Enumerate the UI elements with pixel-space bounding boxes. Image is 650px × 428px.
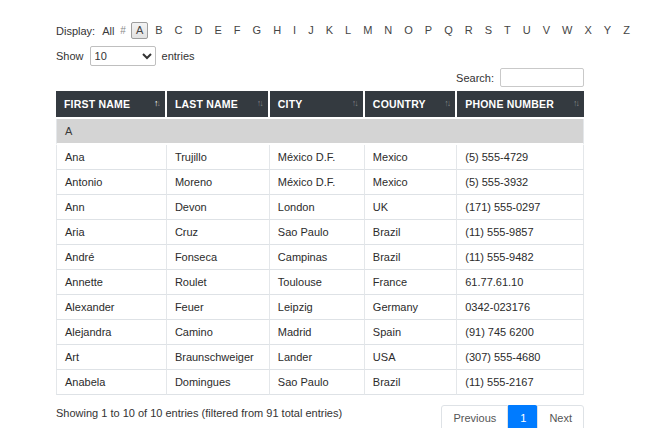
page-button-1[interactable]: 1 (508, 405, 538, 428)
cell-first-name: Aria (56, 220, 167, 245)
cell-phone-number: (307) 555-4680 (457, 345, 584, 370)
column-header-label: FIRST NAME (64, 98, 130, 110)
letter-filter-f[interactable]: F (229, 22, 246, 39)
cell-country: UK (365, 195, 457, 220)
cell-last-name: Feuer (167, 295, 270, 320)
letter-filter-r[interactable]: R (460, 22, 478, 39)
entries-info: Showing 1 to 10 of 10 entries (filtered … (56, 405, 342, 419)
entries-select[interactable]: 10 (90, 46, 156, 66)
cell-phone-number: (5) 555-4729 (457, 145, 584, 170)
letter-filter-v[interactable]: V (538, 22, 555, 39)
search-input[interactable] (500, 68, 584, 87)
cell-country: Mexico (365, 145, 457, 170)
cell-city: Lander (270, 345, 365, 370)
cell-country: Brazil (365, 245, 457, 270)
column-header-label: PHONE NUMBER (465, 98, 554, 110)
table-row[interactable]: AnnDevonLondonUK(171) 555-0297 (56, 195, 584, 220)
entries-label: entries (162, 50, 195, 62)
previous-page-button[interactable]: Previous (441, 405, 508, 428)
cell-first-name: Annette (56, 270, 167, 295)
letter-filter-x[interactable]: X (579, 22, 596, 39)
table-row[interactable]: AnabelaDominguesSao PauloBrazil(11) 555-… (56, 370, 584, 395)
cell-city: Madrid (270, 320, 365, 345)
cell-last-name: Roulet (167, 270, 270, 295)
filter-all[interactable]: All (102, 25, 114, 37)
table-row[interactable]: AlejandraCaminoMadridSpain(91) 745 6200 (56, 320, 584, 345)
letter-filter-j[interactable]: J (303, 22, 319, 39)
column-header-phone-number[interactable]: PHONE NUMBER↑↓ (457, 91, 584, 119)
letter-filter-c[interactable]: C (170, 22, 188, 39)
table-row[interactable]: AlexanderFeuerLeipzigGermany0342-023176 (56, 295, 584, 320)
cell-country: Brazil (365, 220, 457, 245)
cell-city: London (270, 195, 365, 220)
column-header-label: LAST NAME (175, 98, 238, 110)
letter-filter-k[interactable]: K (321, 22, 338, 39)
letter-filter-b[interactable]: B (150, 22, 167, 39)
letter-filter-a[interactable]: A (131, 22, 148, 39)
letter-filter-o[interactable]: O (399, 22, 418, 39)
table-row[interactable]: AnaTrujilloMéxico D.F.Mexico(5) 555-4729 (56, 145, 584, 170)
letter-filter-p[interactable]: P (420, 22, 437, 39)
table-row[interactable]: AnnetteRouletToulouseFrance61.77.61.10 (56, 270, 584, 295)
letter-filter-d[interactable]: D (190, 22, 208, 39)
cell-first-name: Alexander (56, 295, 167, 320)
cell-country: France (365, 270, 457, 295)
alphabet-filter: Display: All # ABCDEFGHIJKLMNOPQRSTUVWXY… (56, 22, 584, 39)
letter-filter-y[interactable]: Y (599, 22, 616, 39)
letter-filter-e[interactable]: E (210, 22, 227, 39)
table-row[interactable]: AndréFonsecaCampinasBrazil(11) 555-9482 (56, 245, 584, 270)
cell-first-name: Ann (56, 195, 167, 220)
letter-filter-q[interactable]: Q (439, 22, 458, 39)
cell-last-name: Braunschweiger (167, 345, 270, 370)
letter-filter-l[interactable]: L (340, 22, 356, 39)
next-page-button[interactable]: Next (537, 405, 584, 428)
search-label: Search: (456, 72, 494, 84)
cell-country: USA (365, 345, 457, 370)
cell-phone-number: (11) 555-2167 (457, 370, 584, 395)
column-header-last-name[interactable]: LAST NAME↑↓ (167, 91, 270, 119)
letter-filter-t[interactable]: T (499, 22, 516, 39)
cell-phone-number: (11) 555-9482 (457, 245, 584, 270)
table-row[interactable]: AriaCruzSao PauloBrazil(11) 555-9857 (56, 220, 584, 245)
cell-city: Toulouse (270, 270, 365, 295)
cell-last-name: Domingues (167, 370, 270, 395)
column-header-first-name[interactable]: FIRST NAME↑↓ (56, 91, 167, 119)
cell-last-name: Camino (167, 320, 270, 345)
column-header-country[interactable]: COUNTRY↑↓ (365, 91, 457, 119)
table-row[interactable]: ArtBraunschweigerLanderUSA(307) 555-4680 (56, 345, 584, 370)
sort-down-icon: ↓ (447, 98, 450, 108)
letter-filter-h[interactable]: H (268, 22, 286, 39)
cell-first-name: Anabela (56, 370, 167, 395)
sort-icon: ↑↓ (352, 98, 357, 108)
letter-filter-z[interactable]: Z (618, 22, 635, 39)
letter-filter-i[interactable]: I (288, 22, 301, 39)
cell-last-name: Cruz (167, 220, 270, 245)
sort-icon: ↑↓ (257, 98, 262, 108)
table-header-row: FIRST NAME↑↓LAST NAME↑↓CITY↑↓COUNTRY↑↓PH… (56, 91, 584, 119)
column-header-label: COUNTRY (373, 98, 426, 110)
datatable-page: Display: All # ABCDEFGHIJKLMNOPQRSTUVWXY… (0, 0, 650, 428)
cell-phone-number: (171) 555-0297 (457, 195, 584, 220)
cell-first-name: Art (56, 345, 167, 370)
cell-phone-number: (11) 555-9857 (457, 220, 584, 245)
table-row[interactable]: AntonioMorenoMéxico D.F.Mexico(5) 555-39… (56, 170, 584, 195)
sort-down-icon: ↓ (576, 98, 579, 108)
cell-last-name: Trujillo (167, 145, 270, 170)
cell-first-name: Ana (56, 145, 167, 170)
length-control: Show 10 entries (56, 46, 584, 66)
cell-last-name: Fonseca (167, 245, 270, 270)
group-row: A (56, 119, 584, 145)
letter-filter-g[interactable]: G (248, 22, 267, 39)
cell-city: Leipzig (270, 295, 365, 320)
letter-filter-u[interactable]: U (518, 22, 536, 39)
letter-filter-m[interactable]: M (358, 22, 377, 39)
letter-filter-w[interactable]: W (557, 22, 577, 39)
column-header-city[interactable]: CITY↑↓ (270, 91, 365, 119)
column-header-label: CITY (278, 98, 303, 110)
display-label: Display: (56, 25, 95, 37)
cell-city: Sao Paulo (270, 220, 365, 245)
filter-hash[interactable]: # (120, 25, 126, 36)
letter-filter-s[interactable]: S (480, 22, 497, 39)
cell-first-name: Alejandra (56, 320, 167, 345)
letter-filter-n[interactable]: N (379, 22, 397, 39)
